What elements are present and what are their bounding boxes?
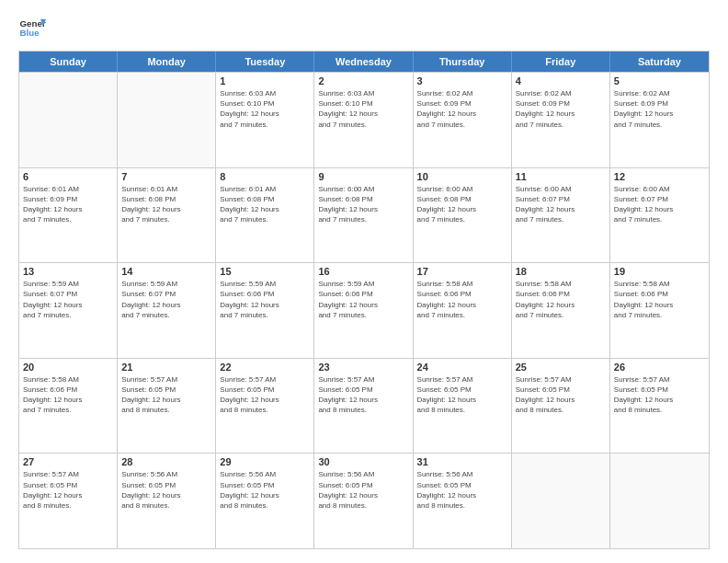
day-cell-25: 25Sunrise: 5:57 AM Sunset: 6:05 PM Dayli… — [512, 359, 610, 454]
day-info: Sunrise: 5:57 AM Sunset: 6:05 PM Dayligh… — [417, 374, 507, 416]
day-header-monday: Monday — [118, 52, 216, 72]
day-info: Sunrise: 6:02 AM Sunset: 6:09 PM Dayligh… — [516, 88, 606, 130]
day-info: Sunrise: 5:59 AM Sunset: 6:07 PM Dayligh… — [121, 279, 211, 320]
day-cell-24: 24Sunrise: 5:57 AM Sunset: 6:05 PM Dayli… — [414, 359, 512, 454]
day-info: Sunrise: 5:57 AM Sunset: 6:05 PM Dayligh… — [614, 374, 705, 416]
day-info: Sunrise: 5:59 AM Sunset: 6:06 PM Dayligh… — [220, 279, 310, 320]
day-cell-20: 20Sunrise: 5:58 AM Sunset: 6:06 PM Dayli… — [19, 359, 118, 454]
day-number: 17 — [417, 266, 507, 277]
day-info: Sunrise: 5:57 AM Sunset: 6:05 PM Dayligh… — [220, 374, 310, 416]
day-number: 18 — [516, 266, 606, 277]
day-info: Sunrise: 6:03 AM Sunset: 6:10 PM Dayligh… — [220, 88, 310, 130]
day-cell-7: 7Sunrise: 6:01 AM Sunset: 6:08 PM Daylig… — [118, 168, 216, 263]
day-cell-3: 3Sunrise: 6:02 AM Sunset: 6:09 PM Daylig… — [414, 73, 512, 167]
day-number: 8 — [220, 171, 310, 182]
day-info: Sunrise: 5:56 AM Sunset: 6:05 PM Dayligh… — [220, 469, 310, 511]
day-cell-27: 27Sunrise: 5:57 AM Sunset: 6:05 PM Dayli… — [19, 454, 118, 548]
day-header-friday: Friday — [512, 52, 610, 72]
day-number: 3 — [417, 75, 507, 86]
day-info: Sunrise: 5:59 AM Sunset: 6:06 PM Dayligh… — [318, 279, 408, 320]
day-number: 26 — [614, 362, 705, 373]
day-number: 7 — [121, 171, 211, 182]
svg-text:Blue: Blue — [20, 28, 40, 38]
day-number: 11 — [516, 171, 606, 182]
day-cell-28: 28Sunrise: 5:56 AM Sunset: 6:05 PM Dayli… — [118, 454, 216, 548]
day-info: Sunrise: 5:56 AM Sunset: 6:05 PM Dayligh… — [417, 469, 507, 511]
day-number: 5 — [614, 75, 705, 86]
day-header-wednesday: Wednesday — [314, 52, 413, 72]
day-cell-15: 15Sunrise: 5:59 AM Sunset: 6:06 PM Dayli… — [216, 263, 314, 358]
day-info: Sunrise: 5:59 AM Sunset: 6:07 PM Dayligh… — [23, 279, 113, 320]
day-number: 27 — [23, 456, 113, 467]
day-cell-11: 11Sunrise: 6:00 AM Sunset: 6:07 PM Dayli… — [512, 168, 610, 263]
day-cell-empty — [19, 73, 118, 167]
day-number: 9 — [318, 171, 408, 182]
day-info: Sunrise: 5:58 AM Sunset: 6:06 PM Dayligh… — [516, 279, 606, 320]
day-cell-empty — [118, 73, 216, 167]
calendar-header: SundayMondayTuesdayWednesdayThursdayFrid… — [19, 52, 709, 72]
day-cell-4: 4Sunrise: 6:02 AM Sunset: 6:09 PM Daylig… — [512, 73, 610, 167]
day-cell-10: 10Sunrise: 6:00 AM Sunset: 6:08 PM Dayli… — [414, 168, 512, 263]
day-number: 19 — [614, 266, 705, 277]
day-info: Sunrise: 6:00 AM Sunset: 6:07 PM Dayligh… — [516, 184, 606, 225]
day-number: 14 — [121, 266, 211, 277]
day-number: 25 — [516, 362, 606, 373]
day-info: Sunrise: 6:01 AM Sunset: 6:09 PM Dayligh… — [23, 184, 113, 225]
day-info: Sunrise: 6:03 AM Sunset: 6:10 PM Dayligh… — [318, 88, 408, 130]
day-cell-empty — [512, 454, 610, 548]
day-number: 6 — [23, 171, 113, 182]
day-number: 23 — [318, 362, 408, 373]
day-cell-13: 13Sunrise: 5:59 AM Sunset: 6:07 PM Dayli… — [19, 263, 118, 358]
day-number: 28 — [121, 456, 211, 467]
day-number: 29 — [220, 456, 310, 467]
day-number: 22 — [220, 362, 310, 373]
day-number: 24 — [417, 362, 507, 373]
day-number: 21 — [121, 362, 211, 373]
day-number: 20 — [23, 362, 113, 373]
day-number: 4 — [516, 75, 606, 86]
day-info: Sunrise: 6:01 AM Sunset: 6:08 PM Dayligh… — [220, 184, 310, 225]
day-header-tuesday: Tuesday — [216, 52, 314, 72]
logo: General Blue — [18, 14, 46, 41]
day-number: 16 — [318, 266, 408, 277]
day-number: 15 — [220, 266, 310, 277]
day-info: Sunrise: 6:02 AM Sunset: 6:09 PM Dayligh… — [417, 88, 507, 130]
day-cell-21: 21Sunrise: 5:57 AM Sunset: 6:05 PM Dayli… — [118, 359, 216, 454]
day-cell-6: 6Sunrise: 6:01 AM Sunset: 6:09 PM Daylig… — [19, 168, 118, 263]
calendar-week-2: 6Sunrise: 6:01 AM Sunset: 6:09 PM Daylig… — [19, 167, 709, 263]
calendar-week-3: 13Sunrise: 5:59 AM Sunset: 6:07 PM Dayli… — [19, 262, 709, 358]
day-cell-8: 8Sunrise: 6:01 AM Sunset: 6:08 PM Daylig… — [216, 168, 314, 263]
day-number: 30 — [318, 456, 408, 467]
day-cell-12: 12Sunrise: 6:00 AM Sunset: 6:07 PM Dayli… — [610, 168, 709, 263]
day-number: 12 — [614, 171, 705, 182]
day-cell-18: 18Sunrise: 5:58 AM Sunset: 6:06 PM Dayli… — [512, 263, 610, 358]
page: General Blue SundayMondayTuesdayWednesda… — [0, 0, 728, 563]
calendar: SundayMondayTuesdayWednesdayThursdayFrid… — [18, 51, 710, 549]
day-number: 2 — [318, 75, 408, 86]
day-header-thursday: Thursday — [414, 52, 512, 72]
day-info: Sunrise: 6:01 AM Sunset: 6:08 PM Dayligh… — [121, 184, 211, 225]
day-cell-14: 14Sunrise: 5:59 AM Sunset: 6:07 PM Dayli… — [118, 263, 216, 358]
day-cell-17: 17Sunrise: 5:58 AM Sunset: 6:06 PM Dayli… — [414, 263, 512, 358]
day-number: 31 — [417, 456, 507, 467]
day-info: Sunrise: 5:58 AM Sunset: 6:06 PM Dayligh… — [614, 279, 705, 320]
day-cell-2: 2Sunrise: 6:03 AM Sunset: 6:10 PM Daylig… — [314, 73, 413, 167]
day-cell-30: 30Sunrise: 5:56 AM Sunset: 6:05 PM Dayli… — [314, 454, 413, 548]
day-cell-23: 23Sunrise: 5:57 AM Sunset: 6:05 PM Dayli… — [314, 359, 413, 454]
day-info: Sunrise: 6:00 AM Sunset: 6:08 PM Dayligh… — [318, 184, 408, 225]
calendar-week-1: 1Sunrise: 6:03 AM Sunset: 6:10 PM Daylig… — [19, 72, 709, 167]
day-cell-1: 1Sunrise: 6:03 AM Sunset: 6:10 PM Daylig… — [216, 73, 314, 167]
day-cell-empty — [610, 454, 709, 548]
day-cell-29: 29Sunrise: 5:56 AM Sunset: 6:05 PM Dayli… — [216, 454, 314, 548]
day-info: Sunrise: 6:02 AM Sunset: 6:09 PM Dayligh… — [614, 88, 705, 130]
day-cell-9: 9Sunrise: 6:00 AM Sunset: 6:08 PM Daylig… — [314, 168, 413, 263]
day-info: Sunrise: 5:56 AM Sunset: 6:05 PM Dayligh… — [121, 469, 211, 511]
day-info: Sunrise: 6:00 AM Sunset: 6:07 PM Dayligh… — [614, 184, 705, 225]
day-header-sunday: Sunday — [19, 52, 118, 72]
calendar-week-5: 27Sunrise: 5:57 AM Sunset: 6:05 PM Dayli… — [19, 453, 709, 548]
day-number: 13 — [23, 266, 113, 277]
day-info: Sunrise: 5:58 AM Sunset: 6:06 PM Dayligh… — [417, 279, 507, 320]
day-info: Sunrise: 5:57 AM Sunset: 6:05 PM Dayligh… — [121, 374, 211, 416]
day-info: Sunrise: 5:57 AM Sunset: 6:05 PM Dayligh… — [318, 374, 408, 416]
day-info: Sunrise: 5:58 AM Sunset: 6:06 PM Dayligh… — [23, 374, 113, 416]
